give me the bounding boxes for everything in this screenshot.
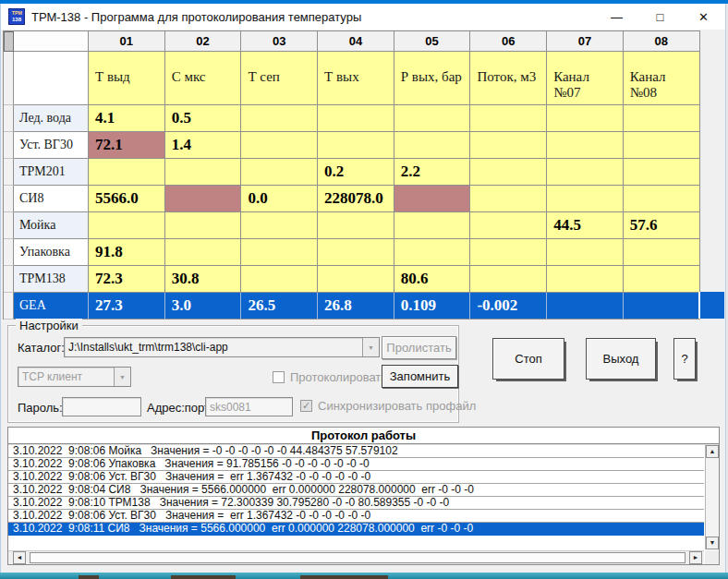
value-cell[interactable] xyxy=(624,132,700,159)
value-cell[interactable]: -0.002 xyxy=(470,293,547,320)
chevron-down-icon[interactable]: ▼ xyxy=(114,368,130,386)
value-cell[interactable]: 26.5 xyxy=(241,293,318,320)
value-cell[interactable]: 5566.0 xyxy=(89,186,165,212)
protocol-entry[interactable]: 3.10.2022 9:08:04 СИ8 Значения = 5566.00… xyxy=(8,484,704,497)
value-cell[interactable] xyxy=(547,239,624,266)
value-cell[interactable] xyxy=(547,293,624,320)
scroll-right-icon[interactable]: ► xyxy=(689,551,702,564)
scroll-down-icon[interactable]: ▼ xyxy=(706,537,719,549)
value-cell[interactable] xyxy=(470,105,547,132)
exit-button[interactable]: Выход xyxy=(586,338,656,380)
value-cell[interactable]: 30.8 xyxy=(165,266,242,293)
protocol-entry[interactable]: 3.10.2022 9:08:06 Уст. ВГ30 Значения = e… xyxy=(8,471,704,484)
value-cell[interactable] xyxy=(624,186,700,212)
value-cell[interactable] xyxy=(547,266,624,293)
row-label-cell[interactable]: Мойка xyxy=(14,212,89,239)
row-label-cell[interactable]: ТРМ138 xyxy=(14,266,89,293)
row-label-cell[interactable]: GEA xyxy=(14,293,89,320)
value-cell[interactable]: 0.109 xyxy=(394,293,471,320)
protocol-entry[interactable]: 3.10.2022 9:08:10 ТРМ138 Значения = 72.3… xyxy=(8,497,704,510)
value-cell[interactable] xyxy=(470,266,547,293)
value-cell[interactable] xyxy=(89,159,165,186)
stop-button[interactable]: Стоп xyxy=(492,338,564,380)
row-label-cell[interactable]: Упаковка xyxy=(14,239,89,266)
value-cell[interactable]: 3.0 xyxy=(165,293,242,320)
vertical-scrollbar[interactable]: ▲ ▼ xyxy=(705,445,719,549)
value-cell[interactable] xyxy=(470,239,547,266)
value-cell[interactable] xyxy=(624,105,700,132)
value-cell[interactable] xyxy=(165,239,242,266)
close-button[interactable]: ✕ xyxy=(682,4,725,30)
protocol-checkbox[interactable]: Протоколировать xyxy=(273,370,387,384)
value-cell[interactable]: 4.1 xyxy=(89,105,165,132)
value-cell[interactable] xyxy=(470,132,547,159)
value-cell[interactable] xyxy=(394,239,471,266)
save-button[interactable]: Запомнить xyxy=(382,365,458,388)
row-label-cell[interactable]: СИ8 xyxy=(14,186,89,212)
value-cell[interactable] xyxy=(89,212,165,239)
row-label-cell[interactable]: Лед. вода xyxy=(14,105,89,132)
value-cell[interactable] xyxy=(165,159,242,186)
value-cell[interactable] xyxy=(318,212,394,239)
title-bar[interactable]: ТРМ 138 ТРМ-138 - Программа для протокол… xyxy=(1,4,725,30)
value-cell[interactable] xyxy=(318,132,394,159)
value-cell[interactable] xyxy=(241,239,318,266)
protocol-entry[interactable]: 3.10.2022 9:08:06 Уст. ВГ30 Значения = e… xyxy=(8,510,704,523)
value-cell[interactable] xyxy=(241,132,318,159)
value-cell[interactable] xyxy=(241,105,318,132)
value-cell[interactable] xyxy=(547,159,624,186)
value-cell[interactable] xyxy=(241,266,318,293)
horizontal-scrollbar[interactable]: ◄ ► xyxy=(8,550,704,564)
value-cell[interactable]: 26.8 xyxy=(318,293,394,320)
minimize-button[interactable]: — xyxy=(595,4,638,30)
value-cell[interactable] xyxy=(624,159,700,186)
value-cell[interactable] xyxy=(318,239,394,266)
protocol-entry[interactable]: 3.10.2022 9:08:11 СИ8 Значения = 5566.00… xyxy=(8,523,704,536)
value-cell[interactable]: 2.2 xyxy=(394,159,471,186)
scroll-up-icon[interactable]: ▲ xyxy=(706,445,719,458)
value-cell[interactable] xyxy=(624,266,700,293)
value-cell[interactable]: 72.3 xyxy=(89,266,165,293)
chevron-down-icon[interactable]: ▼ xyxy=(362,338,379,356)
connection-type-combobox[interactable]: TCP клиент ▼ xyxy=(18,367,131,387)
value-cell[interactable] xyxy=(394,186,471,212)
protocol-entry[interactable]: 3.10.2022 9:08:06 Мойка Значения = -0 -0… xyxy=(8,445,704,458)
value-cell[interactable]: 72.1 xyxy=(89,132,165,159)
maximize-button[interactable]: □ xyxy=(638,4,682,30)
value-cell[interactable] xyxy=(241,159,318,186)
value-cell[interactable] xyxy=(547,105,624,132)
value-cell[interactable] xyxy=(394,105,471,132)
value-cell[interactable] xyxy=(624,293,700,320)
value-cell[interactable]: 57.6 xyxy=(624,212,700,239)
value-cell[interactable] xyxy=(394,212,471,239)
value-cell[interactable] xyxy=(241,212,318,239)
value-cell[interactable] xyxy=(470,186,547,212)
value-cell[interactable]: 91.8 xyxy=(89,239,165,266)
value-cell[interactable] xyxy=(470,212,547,239)
row-label-cell[interactable]: Уст. ВГ30 xyxy=(14,132,89,159)
row-label-cell[interactable]: ТРМ201 xyxy=(14,159,89,186)
sync-profile-checkbox[interactable]: ✓ Синхронизировать профайл xyxy=(300,399,476,413)
value-cell[interactable]: 44.5 xyxy=(547,212,624,239)
scroll-left-icon[interactable]: ◄ xyxy=(13,551,26,564)
value-cell[interactable]: 0.2 xyxy=(318,159,394,186)
value-cell[interactable] xyxy=(318,266,394,293)
value-cell[interactable] xyxy=(624,239,700,266)
value-cell[interactable] xyxy=(547,132,624,159)
horizontal-scroll-track[interactable] xyxy=(30,552,686,563)
value-cell[interactable]: 0.5 xyxy=(165,105,242,132)
address-port-input[interactable]: sks0081 xyxy=(205,397,293,416)
password-input[interactable] xyxy=(62,397,141,416)
value-cell[interactable] xyxy=(547,186,624,212)
value-cell[interactable] xyxy=(165,212,242,239)
value-cell[interactable] xyxy=(165,186,242,212)
value-cell[interactable]: 80.6 xyxy=(394,266,471,293)
value-cell[interactable]: 27.3 xyxy=(89,293,165,320)
value-cell[interactable]: 0.0 xyxy=(241,186,318,212)
protocol-entry[interactable]: 3.10.2022 9:08:06 Упаковка Значения = 91… xyxy=(8,458,704,471)
value-cell[interactable] xyxy=(318,105,394,132)
value-cell[interactable] xyxy=(470,159,547,186)
value-cell[interactable]: 228078.0 xyxy=(318,186,394,212)
browse-button[interactable]: Пролистать xyxy=(382,336,456,359)
catalog-combobox[interactable]: J:\Installs\ukt_trm\trm138\cli-app ▼ xyxy=(64,337,380,357)
